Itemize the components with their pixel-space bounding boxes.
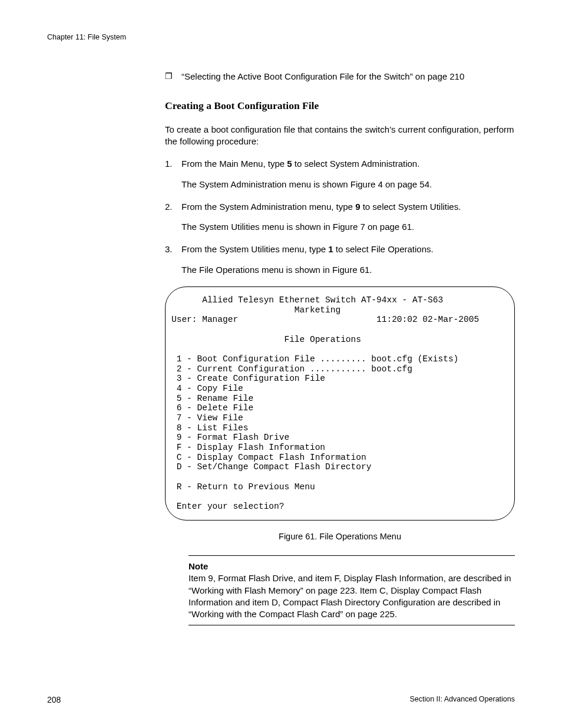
- bullet-text: “Selecting the Active Boot Configuration…: [181, 71, 464, 83]
- intro-paragraph: To create a boot configuration file that…: [165, 124, 515, 148]
- note-block: Note Item 9, Format Flash Drive, and ite…: [189, 555, 515, 625]
- step-text-pre: From the System Utilities menu, type: [181, 244, 328, 254]
- page-number: 208: [47, 695, 61, 704]
- section-heading: Creating a Boot Configuration File: [165, 99, 515, 113]
- step-text-bold: 5: [287, 159, 292, 169]
- step-body: From the Main Menu, type 5 to select Sys…: [181, 158, 515, 170]
- step-2: 2. From the System Administration menu, …: [165, 201, 515, 213]
- step-1: 1. From the Main Menu, type 5 to select …: [165, 158, 515, 170]
- bullet-item: ❐ “Selecting the Active Boot Configurati…: [165, 71, 515, 83]
- note-body: Item 9, Format Flash Drive, and item F, …: [189, 572, 515, 620]
- step-number: 3.: [165, 243, 181, 255]
- note-label: Note: [189, 561, 515, 572]
- terminal-screenshot: Allied Telesyn Ethernet Switch AT-94xx -…: [165, 286, 515, 521]
- page-footer: 208 Section II: Advanced Operations: [47, 695, 515, 704]
- step-3: 3. From the System Utilities menu, type …: [165, 243, 515, 255]
- figure-caption: Figure 61. File Operations Menu: [165, 531, 515, 543]
- step-1-result: The System Administration menu is shown …: [181, 179, 515, 190]
- step-body: From the System Administration menu, typ…: [181, 201, 515, 213]
- step-number: 1.: [165, 158, 181, 170]
- step-text-bold: 1: [328, 244, 333, 254]
- step-3-result: The File Operations menu is shown in Fig…: [181, 264, 515, 276]
- step-number: 2.: [165, 201, 181, 213]
- running-header: Chapter 11: File System: [47, 33, 515, 41]
- bullet-glyph-icon: ❐: [165, 71, 181, 83]
- step-body: From the System Utilities menu, type 1 t…: [181, 243, 515, 255]
- page-container: Chapter 11: File System ❐ “Selecting the…: [0, 0, 562, 728]
- section-label: Section II: Advanced Operations: [409, 695, 515, 704]
- step-text-pre: From the Main Menu, type: [181, 159, 287, 169]
- main-content: ❐ “Selecting the Active Boot Configurati…: [165, 71, 515, 625]
- step-text-post: to select File Operations.: [333, 244, 434, 254]
- step-text-pre: From the System Administration menu, typ…: [181, 202, 355, 212]
- step-2-result: The System Utilities menu is shown in Fi…: [181, 221, 515, 233]
- step-text-post: to select System Administration.: [292, 159, 420, 169]
- step-text-post: to select System Utilities.: [360, 202, 461, 212]
